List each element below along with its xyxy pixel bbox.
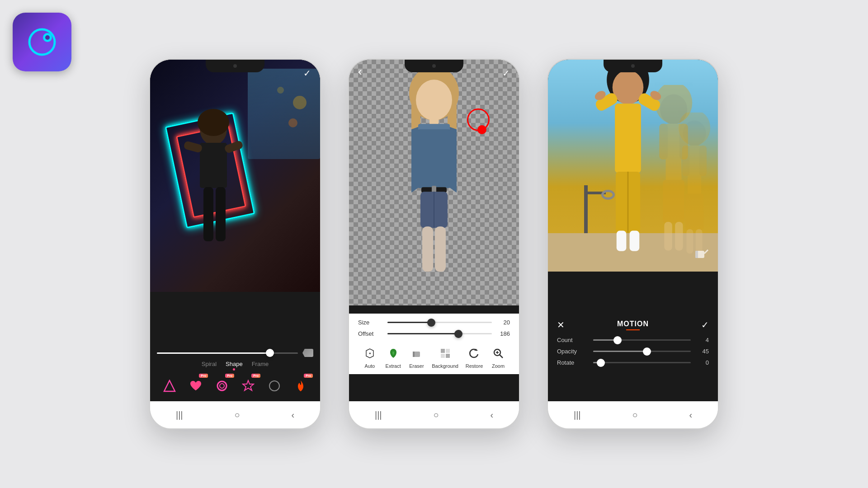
svg-rect-32 (441, 349, 445, 353)
phone3-image-area (548, 60, 718, 272)
nav-back-icon[interactable]: ‹ (291, 410, 294, 420)
motion-header: ✕ MOTION ✓ (557, 319, 709, 330)
confirm-button-3[interactable]: ✓ (701, 319, 709, 330)
size-slider[interactable] (387, 322, 492, 323)
count-label: Count (557, 337, 589, 343)
phone1-image-area (150, 60, 320, 292)
svg-rect-8 (203, 187, 213, 241)
tool-background[interactable]: Background (432, 345, 458, 369)
rotate-label: Rotate (557, 359, 589, 366)
confirm-button-2[interactable]: ✓ (502, 68, 510, 79)
shape-triangle[interactable] (159, 375, 180, 397)
eraser-button[interactable] (302, 349, 313, 357)
star-icon (242, 380, 255, 392)
count-slider[interactable] (593, 339, 691, 341)
rotate-slider-thumb[interactable] (597, 359, 605, 367)
circle-icon (268, 380, 281, 392)
eraser-cursor-dot (477, 125, 486, 134)
nav-home-icon[interactable]: ○ (234, 410, 240, 420)
woman-figure-phone3 (578, 60, 678, 272)
nav-menu-icon-3[interactable]: ||| (574, 410, 581, 420)
motion-panel: ✕ MOTION ✓ Count 4 (548, 314, 718, 374)
nav-home-icon-3[interactable]: ○ (632, 410, 637, 420)
tab-frame[interactable]: Frame (252, 361, 269, 371)
triangle-icon (163, 380, 176, 392)
phone2-header: ‹ ✓ (349, 60, 519, 82)
count-slider-thumb[interactable] (613, 336, 622, 344)
nav-back-icon-3[interactable]: ‹ (689, 410, 692, 420)
opacity-slider-motion[interactable] (593, 351, 691, 352)
eraser-tool-icon (408, 345, 425, 361)
nav-back-icon-2[interactable]: ‹ (490, 410, 493, 420)
tool-extract[interactable]: Extract (385, 345, 401, 369)
rotate-slider[interactable] (593, 362, 691, 363)
pro-badge-4: Pro (304, 374, 313, 378)
pro-badge-3: Pro (251, 374, 260, 378)
svg-rect-66 (617, 231, 627, 251)
tool-auto[interactable]: ✦ Auto (362, 345, 378, 369)
main-container: ✓ (136, 45, 732, 443)
offset-slider-fill (387, 333, 458, 334)
svg-rect-35 (446, 354, 450, 358)
motion-title: MOTION (565, 320, 701, 328)
tool-restore[interactable]: Restore (466, 345, 483, 369)
svg-rect-7 (224, 140, 244, 154)
tab-shape[interactable]: Shape (226, 361, 243, 371)
tool-eraser[interactable]: Eraser (408, 345, 425, 369)
tools-row: ✦ Auto Extract Eraser (358, 342, 510, 371)
opacity-slider-thumb[interactable] (266, 349, 274, 357)
shape-circle-outline[interactable]: Pro (211, 375, 233, 397)
zoom-icon (490, 345, 506, 361)
tab-active-indicator (233, 368, 235, 371)
extract-label: Extract (386, 363, 401, 369)
nav-menu-icon[interactable]: ||| (176, 410, 183, 420)
eraser-watermark (694, 248, 709, 263)
restore-icon (466, 345, 482, 361)
circle-outline-icon (216, 380, 228, 392)
motion-title-area: MOTION (565, 320, 701, 330)
woman-figure-phone1 (155, 60, 272, 292)
svg-rect-53 (679, 124, 688, 160)
auto-label: Auto (365, 363, 375, 369)
shape-heart[interactable]: Pro (185, 375, 207, 397)
count-value: 4 (695, 337, 709, 343)
shape-star[interactable]: Pro (237, 375, 259, 397)
phone2: ‹ ✓ (348, 59, 520, 429)
svg-rect-22 (417, 129, 451, 188)
woman-figure-phone2 (384, 60, 484, 305)
offset-slider[interactable] (387, 333, 492, 334)
svg-rect-67 (630, 231, 640, 251)
opacity-slider-fill (157, 352, 270, 354)
pro-badge: Pro (199, 374, 208, 378)
opacity-control-row: Opacity 45 (557, 348, 709, 355)
phone2-nav: ||| ○ ‹ (349, 401, 519, 428)
opacity-slider-fill-2 (593, 351, 647, 352)
opacity-slider-track[interactable] (157, 352, 298, 354)
svg-line-38 (500, 355, 503, 358)
offset-slider-thumb[interactable] (454, 330, 462, 338)
svg-text:✦: ✦ (368, 352, 371, 356)
svg-point-18 (416, 80, 452, 120)
bokeh-light-2 (288, 118, 297, 127)
back-button[interactable]: ‹ (358, 65, 362, 79)
close-button[interactable]: ✕ (557, 319, 565, 330)
size-slider-thumb[interactable] (427, 319, 435, 327)
nav-home-icon-2[interactable]: ○ (433, 410, 439, 420)
svg-rect-28 (435, 226, 446, 272)
eraser-label: Eraser (409, 363, 424, 369)
confirm-button[interactable]: ✓ (303, 68, 311, 79)
shape-circle[interactable] (264, 375, 285, 397)
svg-marker-31 (413, 352, 415, 357)
nav-menu-icon-2[interactable]: ||| (375, 410, 382, 420)
shape-flame[interactable]: Pro (290, 375, 311, 397)
tool-zoom[interactable]: Zoom (490, 345, 506, 369)
background-icon (437, 345, 453, 361)
bokeh-light-3 (277, 87, 284, 94)
opacity-slider-thumb-2[interactable] (643, 347, 651, 356)
tab-spiral[interactable]: Spiral (202, 361, 217, 371)
flame-icon (294, 380, 307, 392)
svg-point-12 (220, 384, 224, 388)
background-label: Background (432, 363, 458, 369)
phone1-background (150, 60, 320, 292)
app-icon[interactable] (13, 13, 71, 71)
